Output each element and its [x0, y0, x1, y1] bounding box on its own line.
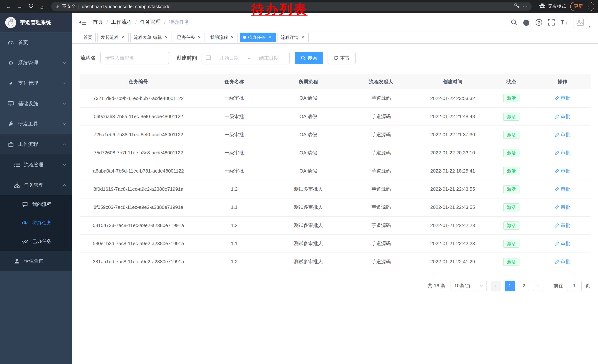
sidebar-item-my-process[interactable]: 我的流程	[0, 195, 72, 214]
close-icon[interactable]: ×	[120, 35, 125, 40]
close-icon[interactable]: ×	[164, 35, 169, 40]
next-page-button[interactable]: ›	[533, 281, 543, 291]
svg-text:T: T	[561, 19, 564, 25]
table-row: 8f0d1619-7ac8-11ec-a9e2-a2380e71991a 1.2…	[80, 180, 590, 198]
tab-start-process[interactable]: 发起流程 ×	[98, 32, 129, 42]
page-button-1[interactable]: 1	[505, 281, 515, 291]
close-icon[interactable]: ×	[300, 35, 305, 40]
search-button[interactable]: 搜索	[295, 52, 323, 64]
security-label: 不安全	[62, 3, 75, 10]
status-badge: 激活	[503, 185, 519, 193]
approve-link[interactable]: 审批	[555, 186, 570, 192]
table-row: 75d72608-7b7f-11ec-a3c8-acde48001122 一级审…	[80, 144, 590, 162]
table-row: 73211d9d-7b9b-11ec-b5b7-acde48001122 一级审…	[80, 89, 590, 107]
close-icon[interactable]: ×	[197, 35, 201, 40]
goto-page-input[interactable]	[567, 281, 582, 291]
todo-task-table: 任务编号 任务名称 所属流程 流程发起人 创建时间 状态 操作 73211d9d…	[80, 74, 590, 271]
approve-link[interactable]: 审批	[555, 149, 570, 156]
chevron-up-icon	[63, 183, 66, 187]
github-icon[interactable]	[523, 19, 530, 26]
approve-link[interactable]: 审批	[555, 131, 570, 138]
font-size-icon[interactable]: TT	[560, 19, 568, 25]
col-actions: 操作	[534, 74, 590, 89]
breadcrumb-home[interactable]: 首页	[93, 19, 103, 25]
search-icon[interactable]	[511, 19, 517, 25]
avatar[interactable]	[573, 15, 587, 29]
page-button-2[interactable]: 2	[519, 281, 529, 291]
app-logo[interactable]: 芋道管理系统	[0, 13, 72, 32]
status-badge: 激活	[503, 167, 519, 175]
approve-link[interactable]: 审批	[555, 95, 570, 102]
close-icon[interactable]: ×	[230, 35, 234, 40]
incognito-label: 无痕模式	[548, 3, 566, 10]
sidebar-item-workflow[interactable]: 工作流程	[0, 134, 72, 154]
breadcrumb-task-mgmt[interactable]: 任务管理	[140, 19, 161, 25]
range-separator: -	[248, 55, 251, 61]
start-date-placeholder: 开始日期	[212, 55, 246, 61]
chevron-down-icon[interactable]: ▾	[589, 24, 590, 28]
process-name-input[interactable]	[100, 52, 169, 64]
approve-link[interactable]: 审批	[555, 222, 570, 229]
tab-my-process[interactable]: 我的流程 ×	[207, 32, 238, 42]
tab-done-task[interactable]: 已办任务 ×	[174, 32, 205, 42]
incognito-icon	[539, 3, 545, 10]
fullscreen-icon[interactable]	[548, 19, 555, 25]
col-process: 所属流程	[271, 74, 345, 89]
reset-button[interactable]: 重置	[328, 52, 356, 64]
sidebar-item-task-mgmt[interactable]: 任务管理	[0, 175, 72, 195]
sidebar-item-infra[interactable]: 基础设施	[0, 93, 72, 114]
approve-link[interactable]: 审批	[555, 258, 570, 265]
update-label: 更新	[574, 3, 583, 10]
active-tab-dot	[243, 36, 246, 39]
user-icon	[13, 258, 20, 263]
status-badge: 激活	[503, 149, 519, 157]
tags-view-bar: 首页 发起流程 × 流程表单-编辑 × 已办任务 × 我的流程 ×	[72, 32, 598, 44]
browser-home-button[interactable]: ⌂	[37, 2, 47, 11]
svg-text:?: ?	[538, 20, 540, 25]
approve-link[interactable]: 审批	[555, 204, 570, 210]
incognito-badge: 无痕模式	[539, 3, 566, 10]
pagination: 共 16 条 10条/页 ‹ 1 2 › 前往 页	[80, 281, 590, 291]
browser-forward-button[interactable]: →	[15, 2, 25, 11]
breadcrumb-workflow[interactable]: 工作流程	[111, 19, 132, 25]
double-check-icon	[22, 239, 28, 243]
sidebar-item-home[interactable]: 首页	[0, 32, 72, 53]
browser-menu-icon[interactable]: ⋮	[586, 4, 590, 9]
approve-link[interactable]: 审批	[555, 113, 570, 120]
date-range-picker[interactable]: 开始日期 - 结束日期	[201, 52, 290, 64]
help-icon[interactable]: ?	[535, 19, 542, 26]
col-created: 创建时间	[417, 74, 488, 89]
filter-bar: 流程名 创建时间 开始日期 - 结束日期 搜索	[80, 52, 590, 64]
sidebar-item-system[interactable]: ⚙ 系统管理	[0, 53, 72, 73]
chevron-down-icon	[63, 81, 66, 85]
approve-link[interactable]: 审批	[555, 240, 570, 247]
sidebar-item-todo-task[interactable]: 待办任务	[0, 214, 72, 232]
sidebar-item-done-task[interactable]: 已办任务	[0, 232, 72, 251]
total-count: 共 16 条	[428, 282, 445, 289]
bookmark-star-icon[interactable]: ☆	[523, 4, 527, 9]
tab-home[interactable]: 首页	[80, 32, 96, 42]
prev-page-button[interactable]: ‹	[490, 281, 501, 291]
chevron-down-icon	[63, 122, 66, 126]
eye-icon	[22, 221, 28, 225]
tab-process-detail[interactable]: 流程详情 ×	[277, 32, 309, 42]
top-navbar: 首页 / 工作流程 / 任务管理 / 待办任务 ?	[72, 13, 598, 32]
table-row: 069c6a63-7b8a-11ec-8ef0-acde48001122 一级审…	[80, 107, 590, 126]
sidebar-item-payment[interactable]: ¥ 支付管理	[0, 73, 72, 93]
browser-reload-button[interactable]	[26, 2, 36, 11]
tab-form-edit[interactable]: 流程表单-编辑 ×	[130, 32, 172, 42]
sidebar-fold-icon[interactable]	[79, 19, 86, 25]
approve-link[interactable]: 审批	[555, 168, 570, 174]
browser-back-button[interactable]: ←	[4, 2, 13, 11]
table-row: 381aa1dd-7ac8-11ec-a9e2-a2380e71991a 1.2…	[80, 252, 590, 271]
sidebar-item-leave-query[interactable]: 请假查询	[0, 251, 72, 271]
close-icon[interactable]: ×	[267, 35, 272, 40]
browser-update-button[interactable]: 更新 ⋮	[570, 2, 594, 11]
page-size-select[interactable]: 10条/页	[450, 281, 487, 291]
org-chart-icon	[13, 182, 20, 187]
key-icon[interactable]	[514, 3, 520, 10]
sidebar-item-process-mgmt[interactable]: 流程管理	[0, 154, 72, 175]
calendar-icon	[206, 55, 211, 61]
sidebar-item-devtools[interactable]: 研发工具	[0, 114, 72, 134]
tab-todo-task[interactable]: 待办任务 ×	[240, 32, 276, 42]
